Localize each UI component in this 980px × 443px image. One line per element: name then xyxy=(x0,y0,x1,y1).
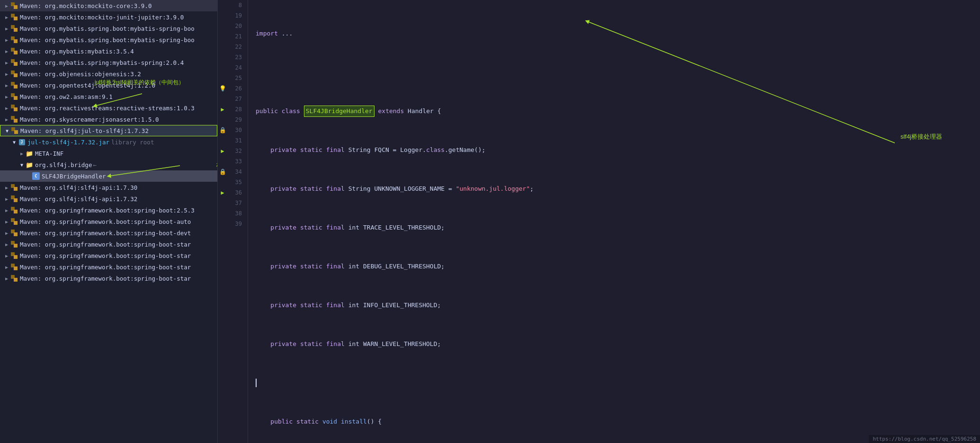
tree-item-jul-to-slf4j[interactable]: ▼ Maven: org.slf4j:jul-to-slf4j:1.7.32 xyxy=(0,125,217,136)
ln-30: 30 xyxy=(231,125,242,135)
class-icon: C xyxy=(32,172,40,180)
tree-item-slf4j-api-30[interactable]: ▶ Maven: org.slf4j:slf4j-api:1.7.30 xyxy=(0,182,217,193)
tree-item-meta-inf[interactable]: ▶ 📁 META-INF xyxy=(0,148,217,159)
collapse-icon: ▶ xyxy=(4,37,9,43)
maven-icon xyxy=(10,104,18,112)
collapse-icon: ▶ xyxy=(4,48,9,54)
tree-item-org-slf4j-bridge[interactable]: ▼ 📁 org.slf4j.bridge ← xyxy=(0,159,217,170)
kw: private xyxy=(256,339,300,349)
collapse-icon: ▶ xyxy=(4,241,9,247)
tree-item-mybatis-spring-boot-2[interactable]: ▶ Maven: org.mybatis.spring.boot:mybatis… xyxy=(0,34,217,45)
kw: final xyxy=(326,339,348,349)
file-tree-panel[interactable]: ▶ Maven: org.mockito:mockito-core:3.9.0 … xyxy=(0,0,218,443)
gutter-30-lock: 🔒 xyxy=(219,125,226,135)
collapse-icon: ▶ xyxy=(4,3,9,9)
item-label: Maven: org.mybatis.spring.boot:mybatis-s… xyxy=(20,25,195,32)
tree-item-objenesis[interactable]: ▶ Maven: org.objenesis:objenesis:3.2 xyxy=(0,68,217,80)
item-label: Maven: org.mybatis.spring:mybatis-spring… xyxy=(20,59,184,66)
item-label: Maven: org.skyscreamer:jsonassert:1.5.0 xyxy=(20,116,159,123)
collapse-icon: ▼ xyxy=(11,139,17,145)
extends-text xyxy=(374,106,378,116)
status-bar: https://blog.csdn.net/qq_52596258 xyxy=(869,435,980,443)
tree-item-slf4j-bridge-handler[interactable]: C SLF4JBridgeHandler xyxy=(0,170,217,182)
ln-32: 32 xyxy=(231,146,242,156)
kw: void xyxy=(322,416,341,427)
kw: static xyxy=(296,416,322,427)
maven-icon xyxy=(10,115,18,123)
ln-29: 29 xyxy=(231,115,242,125)
ln-25: 25 xyxy=(231,73,242,83)
gutter-28-run[interactable]: ▶ xyxy=(221,104,224,115)
library-root-label: library root xyxy=(111,139,154,146)
gutter-26-bulb[interactable]: 💡 xyxy=(219,83,226,94)
tree-item-mockito-core[interactable]: ▶ Maven: org.mockito:mockito-core:3.9.0 xyxy=(0,0,217,11)
item-label: Maven: org.mybatis.spring.boot:mybatis-s… xyxy=(20,36,195,44)
gutter-36-run[interactable]: ▶ xyxy=(221,187,224,198)
tree-item-spring-boot-star-4[interactable]: ▶ Maven: org.springframework.boot:spring… xyxy=(0,273,217,284)
tree-item-jar[interactable]: ▼ J jul-to-slf4j-1.7.32.jar library root xyxy=(0,136,217,148)
tree-item-spring-boot-devt[interactable]: ▶ Maven: org.springframework.boot:spring… xyxy=(0,227,217,239)
tree-item-spring-boot-auto[interactable]: ▶ Maven: org.springframework.boot:spring… xyxy=(0,216,217,227)
ln-36: 36 xyxy=(231,187,242,198)
collapse-icon: ▶ xyxy=(4,207,9,213)
ln-21: 21 xyxy=(231,31,242,42)
tree-item-slf4j-api-32[interactable]: ▶ Maven: org.slf4j:slf4j-api:1.7.32 xyxy=(0,193,217,204)
maven-icon xyxy=(10,206,18,214)
ln-39: 39 xyxy=(231,219,242,229)
kw: final xyxy=(326,145,348,155)
tree-item-jsonassert[interactable]: ▶ Maven: org.skyscreamer:jsonassert:1.5.… xyxy=(0,114,217,125)
kw: private xyxy=(256,145,300,155)
item-label: Maven: org.springframework.boot:spring-b… xyxy=(20,241,191,248)
kw-public: public xyxy=(256,106,282,116)
kw-class: class xyxy=(282,106,304,116)
gutter-34-lock: 🔒 xyxy=(219,167,226,177)
handler-text: Handler { xyxy=(408,106,441,116)
code-line-22: private static final String UNKNOWN_LOGG… xyxy=(256,184,972,194)
status-url: https://blog.csdn.net/qq_52596258 xyxy=(873,436,976,442)
code-editor-panel[interactable]: 💡 ▶ 🔒 ▶ 🔒 ▶ xyxy=(218,0,980,443)
ln-23: 23 xyxy=(231,52,242,62)
tree-item-reactive-streams[interactable]: ▶ Maven: org.reactivestreams:reactive-st… xyxy=(0,102,217,114)
code-line-28: public static void install () { xyxy=(256,416,972,427)
item-label: Maven: org.opentest4j:opentest4j:1.2.0 xyxy=(20,82,155,89)
kw: static xyxy=(300,145,326,155)
folder-icon: 📁 xyxy=(26,161,33,168)
code: ; xyxy=(530,184,534,194)
item-label: SLF4JBridgeHandler xyxy=(42,173,106,180)
tree-item-spring-boot-star-2[interactable]: ▶ Maven: org.springframework.boot:spring… xyxy=(0,250,217,261)
code-line-26: private static final int WARN_LEVEL_THRE… xyxy=(256,339,972,349)
cursor xyxy=(256,379,257,387)
tree-item-opentest4j[interactable]: ▶ Maven: org.opentest4j:opentest4j:1.2.0 xyxy=(0,80,217,91)
kw: final xyxy=(326,184,348,194)
maven-icon xyxy=(10,70,18,78)
code-line-23: private static final int TRACE_LEVEL_THR… xyxy=(256,222,972,233)
maven-icon xyxy=(10,81,18,89)
collapse-icon: ▶ xyxy=(4,94,9,99)
tree-item-spring-boot[interactable]: ▶ Maven: org.springframework.boot:spring… xyxy=(0,204,217,216)
tree-item-spring-boot-star-3[interactable]: ▶ Maven: org.springframework.boot:spring… xyxy=(0,261,217,273)
collapse-icon: ▶ xyxy=(4,116,9,122)
item-label: Maven: org.ow2.asm:asm:9.1 xyxy=(20,93,113,100)
type: String FQCN = Logger. xyxy=(348,145,426,155)
kw: static xyxy=(300,184,326,194)
kw: final xyxy=(326,222,348,233)
tree-item-mybatis[interactable]: ▶ Maven: org.mybatis:mybatis:3.5.4 xyxy=(0,45,217,57)
collapse-icon: ▼ xyxy=(4,128,10,133)
code-line-24: private static final int DEBUG_LEVEL_THR… xyxy=(256,261,972,272)
tree-item-mybatis-spring[interactable]: ▶ Maven: org.mybatis.spring:mybatis-spri… xyxy=(0,57,217,68)
kw: private xyxy=(256,261,300,272)
item-label: Maven: org.springframework.boot:spring-b… xyxy=(20,207,195,214)
ln-24: 24 xyxy=(231,62,242,73)
tree-item-mockito-junit[interactable]: ▶ Maven: org.mockito:mockito-junit-jupit… xyxy=(0,11,217,23)
tree-item-spring-boot-star-1[interactable]: ▶ Maven: org.springframework.boot:spring… xyxy=(0,239,217,250)
maven-icon xyxy=(10,195,18,203)
method: install xyxy=(341,416,367,427)
collapse-icon: ▶ xyxy=(4,230,9,236)
gutter-32-run[interactable]: ▶ xyxy=(221,146,224,156)
tree-item-mybatis-spring-boot-1[interactable]: ▶ Maven: org.mybatis.spring.boot:mybatis… xyxy=(0,23,217,34)
item-label: Maven: org.springframework.boot:spring-b… xyxy=(20,252,191,259)
class-name-highlight: SLF4JBridgeHandler xyxy=(304,106,374,117)
collapse-icon: ▶ xyxy=(4,196,9,202)
tree-item-asm[interactable]: ▶ Maven: org.ow2.asm:asm:9.1 xyxy=(0,91,217,102)
maven-icon xyxy=(10,36,18,44)
